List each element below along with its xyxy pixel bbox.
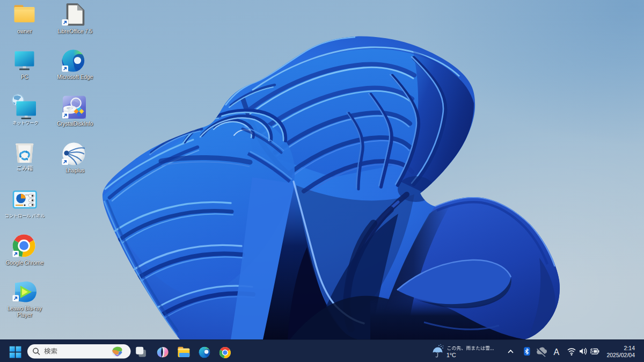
svg-text:A: A: [554, 347, 560, 357]
